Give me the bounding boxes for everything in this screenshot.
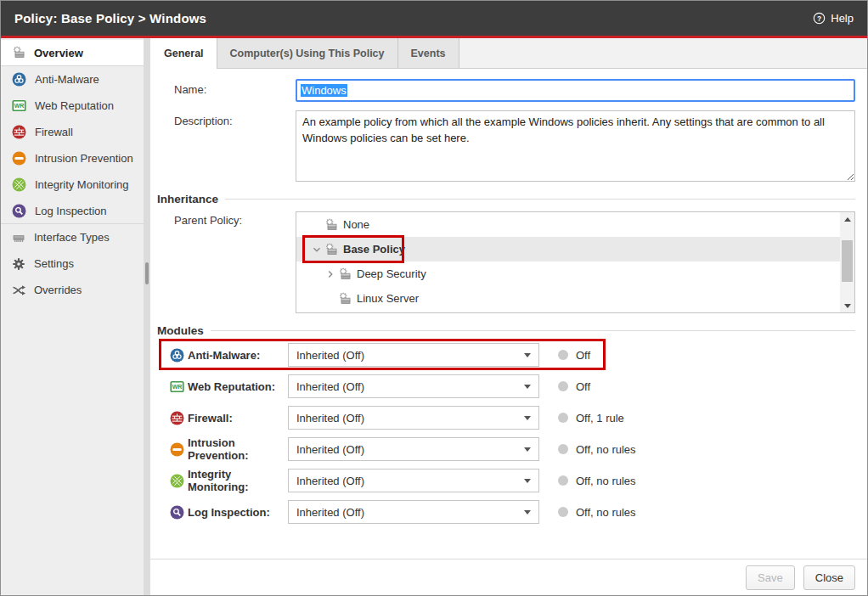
scroll-down-icon[interactable] (840, 299, 854, 312)
help-label: Help (831, 12, 854, 25)
module-status: Off, no rules (576, 443, 636, 456)
firewall-dropdown[interactable]: Inherited (Off) (288, 406, 539, 430)
tree-item-label: Base Policy (339, 243, 405, 256)
tree-item-label: Linux Server (352, 292, 419, 305)
tree-item-linux-server[interactable]: Linux Server (296, 286, 840, 311)
module-row-intrusion-prevention: Intrusion Prevention:Inherited (Off)Off,… (170, 437, 636, 461)
firewall-icon (12, 125, 26, 139)
module-status: Off (576, 380, 590, 393)
module-row-log-inspection: Log Inspection:Inherited (Off)Off, no ru… (170, 500, 636, 524)
sidebar-item-settings[interactable]: Settings (1, 250, 144, 277)
sidebar-item-label: Web Reputation (35, 99, 114, 112)
module-label: Log Inspection: (188, 506, 288, 519)
parent-policy-row: Parent Policy: None Base Policy Deep Sec… (157, 211, 855, 313)
sidebar-item-interface-types[interactable]: Interface Types (1, 224, 144, 250)
module-row-web-reputation: WRWeb Reputation:Inherited (Off)Off (170, 374, 590, 398)
tree-scrollbar[interactable] (840, 212, 854, 312)
tree-item-none[interactable]: None (296, 212, 840, 237)
splitter-grip-icon (145, 262, 149, 284)
chevron-right-icon[interactable] (324, 268, 337, 280)
policy-icon (337, 292, 352, 306)
module-status: Off (576, 349, 590, 362)
policy-icon (12, 46, 25, 59)
svg-text:WR: WR (172, 384, 183, 390)
tree-item-deep-security[interactable]: Deep Security (296, 261, 840, 286)
sidebar-item-anti-malware[interactable]: Anti-Malware (1, 66, 144, 93)
parent-policy-tree: None Base Policy Deep Security Linux Ser… (296, 211, 855, 313)
name-input[interactable]: Windows (296, 79, 855, 102)
tab-general[interactable]: General (150, 38, 217, 69)
sidebar-item-label: Overview (34, 47, 83, 59)
module-row-anti-malware: Anti-Malware:Inherited (Off)Off (170, 343, 590, 367)
tab-events[interactable]: Events (398, 38, 459, 68)
status-dot (558, 413, 568, 423)
dropdown-value: Inherited (Off) (296, 475, 364, 487)
policy-editor-window: Policy: Base Policy > Windows ? Help Ove… (0, 0, 868, 596)
module-label: Intrusion Prevention: (188, 436, 288, 462)
module-status: Off, 1 rule (576, 412, 624, 425)
scroll-up-icon[interactable] (840, 212, 854, 226)
sidebar-item-overrides[interactable]: Overrides (1, 277, 144, 303)
sidebar-item-overview[interactable]: Overview (1, 40, 144, 66)
module-row-integrity-monitoring: Integrity Monitoring:Inherited (Off)Off,… (170, 469, 636, 492)
chevron-down-icon[interactable] (310, 244, 324, 256)
integrity-monitoring-icon (170, 474, 184, 488)
web-reputation-dropdown[interactable]: Inherited (Off) (288, 374, 539, 398)
log-inspection-dropdown[interactable]: Inherited (Off) (288, 500, 539, 524)
sidebar-item-label: Settings (34, 257, 74, 270)
tree-item-base-policy[interactable]: Base Policy (296, 237, 840, 261)
tab-computer-s-using-this-policy[interactable]: Computer(s) Using This Policy (217, 38, 398, 68)
modules-section-title: Modules (157, 324, 855, 337)
tree-item-partial[interactable] (296, 311, 840, 312)
module-status: Off, no rules (576, 475, 636, 487)
close-button[interactable]: Close (803, 565, 855, 590)
scroll-thumb[interactable] (842, 240, 853, 282)
intrusion-prevention-dropdown[interactable]: Inherited (Off) (288, 437, 539, 461)
sidebar-item-intrusion-prevention[interactable]: Intrusion Prevention (1, 145, 144, 171)
svg-text:?: ? (817, 14, 821, 23)
sidebar-item-web-reputation[interactable]: WRWeb Reputation (1, 93, 144, 119)
sidebar-item-label: Interface Types (34, 231, 110, 244)
help-link[interactable]: ? Help (813, 12, 854, 25)
sidebar-item-log-inspection[interactable]: Log Inspection (1, 198, 144, 224)
status-dot (558, 507, 568, 517)
integrity-monitoring-icon (12, 177, 26, 192)
save-button[interactable]: Save (746, 565, 795, 590)
dropdown-value: Inherited (Off) (296, 506, 364, 519)
dropdown-value: Inherited (Off) (296, 380, 364, 393)
integrity-monitoring-dropdown[interactable]: Inherited (Off) (288, 469, 539, 492)
svg-text:WR: WR (14, 103, 25, 109)
intrusion-prevention-icon (12, 151, 26, 166)
status-dot (558, 350, 568, 360)
interface-types-icon (12, 231, 25, 245)
help-icon: ? (813, 12, 826, 25)
module-row-firewall: Firewall:Inherited (Off)Off, 1 rule (170, 406, 624, 430)
anti-malware-dropdown[interactable]: Inherited (Off) (288, 343, 539, 367)
sidebar: Overview Anti-Malware WRWeb Reputation F… (1, 38, 144, 595)
description-label: Description: (157, 110, 296, 127)
description-row: Description: An example policy from whic… (157, 110, 855, 182)
window-body: Overview Anti-Malware WRWeb Reputation F… (1, 38, 867, 595)
general-tab-page: Name: Windows Description: An example po… (150, 69, 867, 559)
sidebar-item-label: Log Inspection (35, 205, 107, 217)
web-reputation-icon: WR (170, 380, 184, 394)
module-label: Anti-Malware: (188, 349, 288, 362)
sidebar-item-label: Overrides (34, 284, 82, 296)
log-inspection-icon (170, 505, 184, 520)
module-label: Firewall: (188, 412, 288, 425)
sidebar-splitter[interactable] (144, 38, 150, 595)
tree-item-label: None (339, 218, 369, 231)
description-textarea[interactable]: An example policy from which all the exa… (296, 110, 855, 182)
sidebar-item-label: Firewall (35, 126, 73, 138)
sidebar-item-firewall[interactable]: Firewall (1, 119, 144, 145)
sidebar-item-label: Integrity Monitoring (35, 178, 129, 191)
sidebar-item-integrity-monitoring[interactable]: Integrity Monitoring (1, 171, 144, 198)
main-content: GeneralComputer(s) Using This PolicyEven… (150, 38, 867, 595)
overrides-icon (12, 284, 25, 297)
name-row: Name: Windows (157, 79, 855, 102)
dropdown-value: Inherited (Off) (296, 349, 364, 362)
dropdown-value: Inherited (Off) (296, 443, 364, 456)
chevron-down-icon (524, 510, 531, 514)
sidebar-item-label: Intrusion Prevention (35, 152, 133, 165)
scroll-track[interactable] (840, 226, 854, 299)
